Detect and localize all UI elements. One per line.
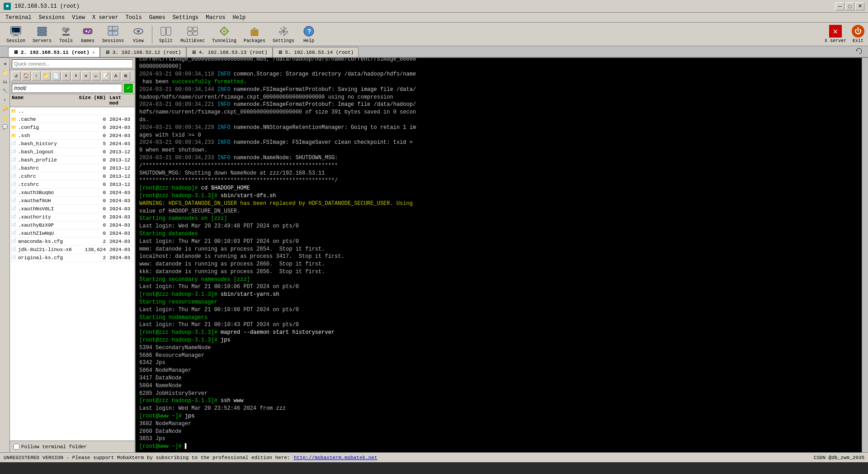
sidebar-icon-session[interactable]: 📁 [1,69,9,77]
terminal-line: 5394 SecondaryNameNode [139,344,858,352]
menu-tools[interactable]: Tools [122,14,146,22]
packages-button[interactable]: Packages [241,24,268,44]
terminal-line: localhost: datanode is running as proces… [139,253,858,261]
list-item[interactable]: 📄original-ks.cfg22024-03 [10,254,135,262]
list-item[interactable]: 📄.bash_history52024-03 [10,140,135,148]
menu-terminal[interactable]: Terminal [2,14,35,22]
fp-btn-grid[interactable]: ⊞ [121,71,130,81]
list-item[interactable]: 📁.cache02024-03 [10,115,135,123]
terminal-line: 2024-03-21 00:09:34,229 INFO namenode.NN… [139,124,858,132]
status-link[interactable]: http://mobaxterm.mobatek.net [294,455,377,460]
path-ok-button[interactable]: ✓ [124,84,133,93]
multiexec-button[interactable]: MultiExec [178,24,208,44]
file-size-label: 0 [71,149,108,155]
fp-btn-delete[interactable]: ✕ [81,71,90,81]
col-size-header: Size (KB) [71,94,108,107]
split-button[interactable]: Split [156,24,176,44]
list-item[interactable]: 📁.config02024-03 [10,123,135,132]
toolbar-separator [152,25,152,43]
follow-terminal-checkbox[interactable] [14,444,19,450]
fp-btn-open[interactable]: A [111,71,120,81]
tab-refresh[interactable] [852,47,866,57]
settings-button[interactable]: Settings [270,24,297,44]
list-item[interactable]: 📄.bashrc02013-12 [10,164,135,172]
tab-4[interactable]: 🖥 5. 192.168.53.14 (root) [273,47,359,57]
exit-button[interactable]: ⏻ Exit [852,25,864,43]
list-item[interactable]: 📄.xauthyBzX9P02024-03 [10,221,135,229]
tab-1[interactable]: 🖥 2. 192.168.53.11 (root) ✕ [8,47,100,57]
sidebar-icon-arrow[interactable]: ◀ [1,60,9,68]
list-item[interactable]: 📄.cshrc02013-12 [10,172,135,180]
xserver-button[interactable]: ✕ X server [825,25,846,43]
list-item[interactable]: 📄jdk-8u221-linux-x64.tar.gz138,6242024-0… [10,246,135,254]
list-item[interactable]: 📄.xauthority02024-03 [10,213,135,221]
path-input[interactable] [12,84,122,93]
svg-rect-26 [188,27,192,31]
file-size-label: 0 [71,166,108,171]
fp-btn-new-file[interactable]: 📄 [52,71,61,81]
tunneling-button[interactable]: Tunneling [209,24,239,44]
menu-xserver[interactable]: X server [89,14,122,22]
menu-macros[interactable]: Macros [202,14,229,22]
sidebar-icon-macros[interactable]: ⚡ [1,96,9,104]
terminal-line: hadoop/hdfs/name/current/fsimage.ckpt_00… [139,94,858,101]
list-item[interactable]: 📄.tcshrc02013-12 [10,180,135,189]
list-item[interactable]: 📄.bash_logout02013-12 [10,148,135,156]
list-item[interactable]: 📄.xauthZIwNqU02024-03 [10,229,135,237]
quick-connect-input[interactable] [12,59,133,68]
fp-btn-rename[interactable]: ✏ [91,71,100,81]
help-label: Help [303,38,314,43]
fp-btn-upload[interactable]: ⬆ [61,71,71,81]
maximize-button[interactable]: □ [845,2,854,10]
fp-btn-home[interactable]: 🏠 [22,71,31,81]
file-icon: 📄 [10,222,17,229]
tab-label-3: 4. 192.168.53.13 (root) [199,50,268,55]
menu-view[interactable]: View [68,14,89,22]
fp-btn-download[interactable]: ⬇ [71,71,80,81]
menu-sessions[interactable]: Sessions [35,14,69,22]
file-icon: 📄 [10,197,17,204]
list-item[interactable]: 📁.. [10,107,135,115]
fp-btn-edit[interactable]: 📝 [101,71,110,81]
fp-btn-refresh[interactable]: ↺ [12,71,21,81]
sessions-button[interactable]: Sessions [99,24,127,44]
sidebar-icon-explorer[interactable]: 🗂 [1,78,9,86]
sidebar-icon-tools[interactable]: 🔧 [1,87,9,95]
tab-3[interactable]: 🖥 4. 192.168.53.13 (root) [186,47,273,57]
menu-help[interactable]: Help [229,14,250,22]
list-item[interactable]: 📄.bash_profile02013-12 [10,156,135,164]
file-icon: 📄 [10,205,17,213]
terminal-content[interactable]: 2024-03-21 00:09:32,324 INFO util.GSet: … [136,58,862,452]
svg-rect-2 [14,34,17,35]
list-item[interactable]: 📄.xauthaf0UH02024-03 [10,197,135,205]
games-button[interactable]: Games [78,24,98,44]
list-item[interactable]: 📄.xauth3BuqGo02024-03 [10,189,135,197]
exit-label: Exit [853,38,863,43]
list-item[interactable]: 📄anaconda-ks.cfg22024-03 [10,237,135,246]
terminal-right-scrollbar[interactable] [862,58,868,452]
fp-btn-up[interactable]: ↑ [32,71,41,81]
file-date-label: 2024-03 [108,255,135,261]
help-button[interactable]: ? Help [299,24,319,44]
terminal-line: 3682 NodeManager [139,420,858,428]
close-button[interactable]: ✕ [855,2,864,10]
menu-games[interactable]: Games [146,14,169,22]
servers-button[interactable]: Servers [30,24,54,44]
list-item[interactable]: 📁.ssh02024-03 [10,132,135,140]
tools-button[interactable]: Tools [56,24,76,44]
minimize-button[interactable]: ─ [835,2,844,10]
sidebar-icon-chat[interactable]: 💬 [1,123,9,131]
tab-label-2: 3. 192.168.53.12 (root) [113,50,181,55]
menu-settings[interactable]: Settings [169,14,203,22]
view-button[interactable]: View [128,24,148,44]
tab-2[interactable]: 🖥 3. 192.168.53.12 (root) [100,47,186,57]
fp-btn-new-folder[interactable]: 📁 [42,71,51,81]
sidebar-icon-sftp[interactable]: ⭐ [1,114,9,122]
list-item[interactable]: 📄.xauthNsV0LI02024-03 [10,205,135,213]
file-date-label: 2024-03 [108,141,135,147]
terminal-line: Last login: Thu Mar 21 00:10:08 PDT 2024… [139,306,858,314]
terminal-line: 5004 NameNode [139,382,858,390]
sidebar-icon-ssh[interactable]: 🔑 [1,105,9,113]
session-button[interactable]: $_ Session [4,24,28,44]
tab-close-1[interactable]: ✕ [92,50,95,55]
